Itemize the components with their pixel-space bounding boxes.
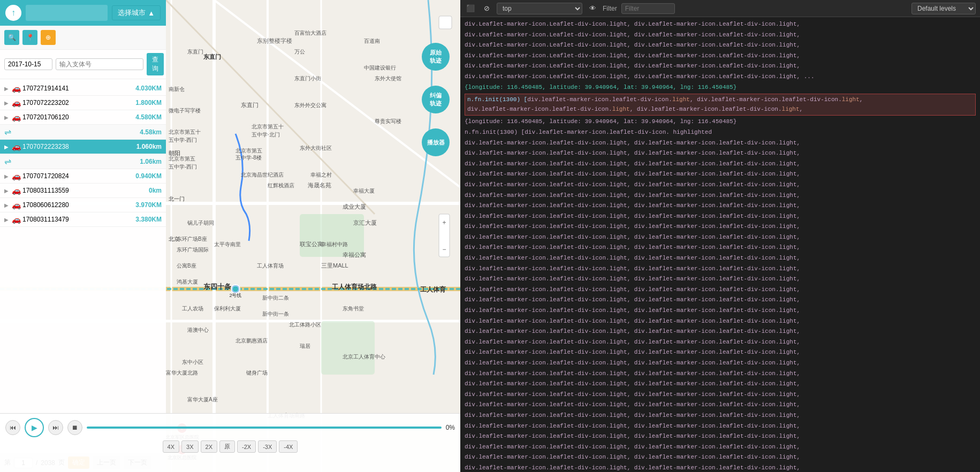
vehicle-distance: 0.940KM	[135, 172, 162, 180]
sidebar-header: ↑ 选择城市 ▲	[0, 0, 166, 26]
log-line: div.leaflet-marker-icon.leaflet-div-icon…	[465, 295, 976, 306]
svg-text:+: +	[442, 219, 446, 226]
svg-point-82	[232, 286, 239, 292]
svg-text:三里MALL: 三里MALL	[321, 262, 348, 269]
log-line: div.leaflet-marker-icon.leaflet-div-icon…	[465, 222, 976, 232]
vehicle-distance: 1.060km	[136, 143, 162, 150]
log-line: div.leaflet-marker-icon.leaflet-div-icon…	[465, 159, 976, 170]
search-bar: 🔍 📍 ⊕	[0, 26, 166, 50]
vehicle-distance: 4.030KM	[135, 85, 162, 92]
player-bar: ⏮ ▶ ⏭ ⏹ 0% 4X 3X 2X 原 -2X -3X -4X	[0, 413, 460, 472]
plate-number-input[interactable]	[56, 58, 143, 70]
speed-minus3x-button[interactable]: -3X	[258, 440, 277, 453]
list-item[interactable]: ▶ 🚗 1707072223238 1.060km	[0, 140, 166, 154]
svg-text:北京: 北京	[169, 236, 179, 242]
svg-text:红辉栈酒店: 红辉栈酒店	[268, 182, 294, 188]
log-line: div.leaflet-marker-icon.leaflet-div-icon…	[465, 232, 976, 243]
svg-rect-59	[439, 16, 452, 29]
car-icon: 🚗	[12, 201, 20, 209]
date-input[interactable]	[4, 58, 52, 70]
svg-text:东直门小街: 东直门小街	[294, 75, 321, 81]
car-icon: 🚗	[12, 172, 20, 180]
vehicle-id: 1708060612280	[22, 201, 133, 209]
svg-text:工人体育: 工人体育	[420, 286, 446, 293]
svg-text:锅儿子胡同: 锅儿子胡同	[187, 220, 214, 226]
svg-text:北京市第五: 北京市第五	[169, 156, 195, 162]
svg-text:新中街二条: 新中街二条	[262, 295, 289, 301]
svg-text:北京鹏惠酒店: 北京鹏惠酒店	[235, 338, 268, 344]
list-item[interactable]: ▶ 🚗 1708031113479 3.380KM	[0, 212, 166, 227]
sidebar-panel: ↑ 选择城市 ▲ 🔍 📍 ⊕ 查询	[0, 0, 166, 472]
svg-text:北京市第五: 北京市第五	[235, 148, 262, 154]
location-icon-box: 📍	[22, 30, 37, 45]
svg-text:幸福之村: 幸福之村	[310, 172, 332, 178]
play-button[interactable]: ▶	[25, 418, 44, 437]
log-line: div.leaflet-marker-icon.leaflet-div-icon…	[465, 253, 976, 264]
original-track-button[interactable]: 原始 轨迹	[422, 43, 450, 71]
svg-text:公寓B座: 公寓B座	[177, 263, 196, 269]
vehicle-distance: 4.580KM	[135, 113, 162, 121]
log-line: div.leaflet-marker-icon.leaflet-div-icon…	[465, 358, 976, 369]
devtools-toolbar: ⬛ ⊘ top 👁 Filter Default levels	[460, 0, 980, 17]
city-select-button[interactable]: 选择城市 ▲	[112, 5, 161, 20]
list-item[interactable]: ▶ 🚗 1708031113559 0km	[0, 184, 166, 198]
sidebar-logo: ↑	[5, 5, 21, 21]
log-line: div.leaflet-marker-icon.leaflet-div-icon…	[465, 431, 976, 442]
svg-text:东外大使馆: 东外大使馆	[375, 75, 401, 81]
corrected-track-button[interactable]: 纠偏 轨迹	[422, 86, 450, 113]
log-line: div.leaflet-marker-icon.leaflet-div-icon…	[465, 306, 976, 316]
car-icon: 🚗	[12, 84, 20, 93]
sidebar-title-bar	[26, 5, 108, 21]
progress-bar[interactable]	[87, 427, 442, 429]
svg-text:富华大厦A座: 富华大厦A座	[187, 397, 218, 402]
speed-normal-button[interactable]: 原	[219, 440, 235, 453]
speed-3x-button[interactable]: 3X	[181, 440, 198, 453]
expand-arrow-icon: ▶	[4, 188, 10, 194]
svg-text:北京市第五十: 北京市第五十	[252, 124, 284, 130]
svg-text:太平寺南里: 太平寺南里	[214, 241, 241, 247]
list-item[interactable]: ▶ 🚗 1708060612280 3.970KM	[0, 198, 166, 212]
track-label: 原始	[430, 49, 442, 57]
svg-text:东外大街社区: 东外大街社区	[300, 145, 332, 151]
logo-icon: ↑	[11, 8, 16, 18]
svg-text:东别整楼字楼: 东别整楼字楼	[257, 37, 292, 44]
speed-minus4x-button[interactable]: -4X	[279, 440, 298, 453]
list-item[interactable]: ▶ 🚗 1707271914141 4.030KM	[0, 81, 166, 96]
orange-action-button[interactable]: ⊕	[41, 30, 56, 45]
log-line: div.leaflet-marker-icon.leaflet-div-icon…	[465, 326, 976, 337]
log-line: n.fn.init(1300) [div.leaflet-marker-icon…	[465, 127, 976, 138]
inspector-icon[interactable]: ⬛	[465, 3, 476, 14]
svg-text:幸福公寓: 幸福公寓	[343, 252, 366, 258]
expand-arrow-icon: ▶	[4, 144, 10, 150]
log-line: div.leaflet-marker-icon.leaflet-div-icon…	[465, 242, 976, 253]
filter-input[interactable]	[621, 3, 675, 14]
stop-button[interactable]: ⏹	[67, 420, 82, 435]
player-button[interactable]: 播放器	[422, 128, 450, 156]
frame-selector[interactable]: top	[497, 3, 582, 14]
highlighted-log-line: n.fn.init(1300) [div.leaflet-marker-icon…	[465, 94, 976, 116]
svg-text:东外外交公寓: 东外外交公寓	[294, 102, 326, 108]
expand-arrow-icon: ▶	[4, 86, 10, 92]
svg-text:万公: 万公	[294, 49, 305, 55]
svg-text:东中小区: 东中小区	[182, 359, 203, 365]
speed-4x-button[interactable]: 4X	[163, 440, 179, 453]
list-item[interactable]: ▶ 🚗 1707072223202 1.800KM	[0, 96, 166, 110]
levels-selector[interactable]: Default levels	[911, 3, 976, 14]
speed-2x-button[interactable]: 2X	[201, 440, 217, 453]
rewind-button[interactable]: ⏮	[5, 420, 20, 435]
log-line: div.leaflet-marker-icon.leaflet-div-icon…	[465, 347, 976, 358]
list-item[interactable]: ▶ 🚗 1707201706120 4.580KM	[0, 110, 166, 125]
log-line: div.leaflet-marker-icon.leaflet-div-icon…	[465, 442, 976, 453]
svg-text:瑞居: 瑞居	[300, 343, 310, 349]
date-filter-row: 查询	[0, 50, 166, 79]
svg-text:新中街一条: 新中街一条	[262, 311, 289, 317]
query-button[interactable]: 查询	[147, 53, 164, 75]
log-line: div.Leaflet-marker-icon.Leaflet-div-icon…	[465, 51, 976, 62]
expand-arrow-icon: ▶	[4, 217, 10, 223]
console-icon[interactable]: ⊘	[481, 3, 492, 14]
vehicle-id: 1707071720824	[22, 172, 133, 180]
list-item[interactable]: ▶ 🚗 1707071720824 0.940KM	[0, 169, 166, 184]
fast-forward-button[interactable]: ⏭	[48, 420, 63, 435]
eye-icon[interactable]: 👁	[587, 3, 598, 14]
speed-minus2x-button[interactable]: -2X	[237, 440, 256, 453]
